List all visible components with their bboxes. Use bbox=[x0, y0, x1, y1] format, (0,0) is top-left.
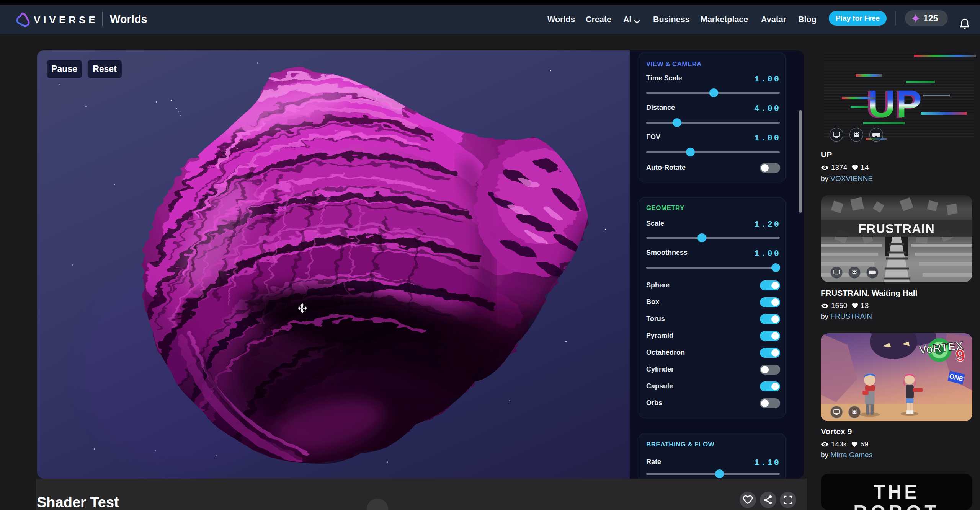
svg-text:FRUSTRAIN: FRUSTRAIN bbox=[858, 222, 935, 236]
svg-text:9: 9 bbox=[954, 345, 965, 365]
svg-text:UP: UP bbox=[868, 82, 923, 125]
